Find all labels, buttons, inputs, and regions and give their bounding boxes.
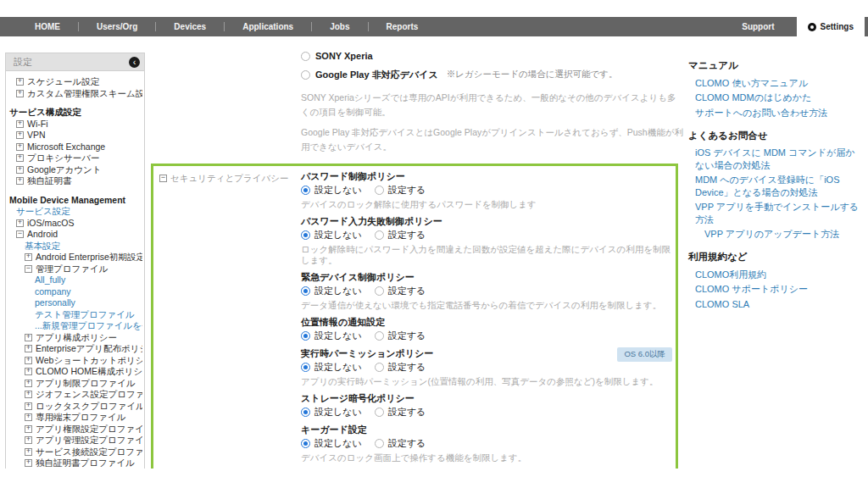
expand-icon[interactable]: + xyxy=(25,448,32,456)
expand-icon[interactable]: + xyxy=(25,413,32,421)
tree-item[interactable]: +独自証明書 xyxy=(8,175,142,187)
help-link[interactable]: MDM へのデバイス登録時に「iOS Device」となる場合の対処法 xyxy=(688,173,863,200)
tree-item[interactable]: −Android xyxy=(8,229,142,241)
radio-option[interactable]: 設定しない xyxy=(301,229,362,241)
radio-unselected-icon[interactable] xyxy=(375,363,384,372)
tree-item[interactable]: company xyxy=(8,286,142,298)
tree-item[interactable]: ...新規管理プロファイルを作成 xyxy=(8,320,142,332)
radio-option[interactable]: 設定する xyxy=(375,184,426,197)
radio-unselected-icon[interactable] xyxy=(375,230,384,240)
nav-item-devices[interactable]: Devices xyxy=(156,17,224,36)
expand-icon[interactable]: + xyxy=(16,177,24,185)
expand-icon[interactable]: + xyxy=(25,357,32,364)
radio-option[interactable]: 設定しない xyxy=(301,406,362,419)
tree-item[interactable]: personally xyxy=(8,297,142,309)
expand-icon[interactable]: + xyxy=(25,459,32,467)
collapse-icon[interactable]: − xyxy=(16,230,24,238)
tree-item[interactable]: +アプリ権限設定プロファイル xyxy=(8,424,142,435)
expand-icon[interactable]: + xyxy=(25,334,32,341)
radio-option[interactable]: 設定する xyxy=(375,406,426,419)
nav-item-home[interactable]: HOME xyxy=(17,17,78,36)
nav-item-applications[interactable]: Applications xyxy=(225,17,311,36)
radio-unselected-icon[interactable] xyxy=(375,439,384,448)
expand-icon[interactable]: + xyxy=(25,253,32,261)
radio-unselected-icon[interactable] xyxy=(375,408,384,417)
expand-icon[interactable]: + xyxy=(25,391,32,398)
expand-icon[interactable]: + xyxy=(16,131,24,139)
radio-selected-icon[interactable] xyxy=(301,331,310,341)
radio-option[interactable]: 設定する xyxy=(375,437,426,450)
nav-settings-tab[interactable]: Settings xyxy=(797,17,865,36)
radio-selected-icon[interactable] xyxy=(301,286,310,296)
radio-unselected-icon[interactable] xyxy=(375,186,384,195)
tree-item[interactable]: −管理プロファイル xyxy=(8,263,142,275)
help-link[interactable]: iOS デバイスに MDM コマンドが届かない場合の対処法 xyxy=(688,146,863,173)
tree-item[interactable]: +Microsoft Exchange xyxy=(8,141,142,153)
help-link[interactable]: CLOMO サポートポリシー xyxy=(688,282,863,297)
tree-item[interactable]: +Googleアカウント xyxy=(8,164,142,176)
expand-icon[interactable]: + xyxy=(16,143,24,151)
radio-selected-icon[interactable] xyxy=(301,439,310,448)
tree-item[interactable]: +アプリ管理設定プロファイル xyxy=(8,435,142,446)
radio-unselected-icon[interactable] xyxy=(301,70,310,80)
tree-item[interactable]: +サービス接続設定プロファイル xyxy=(8,446,142,458)
expand-icon[interactable]: + xyxy=(16,154,24,162)
tree-item[interactable]: +専用端末プロファイル xyxy=(8,412,142,424)
tree-item[interactable]: +独自証明書プロファイル xyxy=(8,458,142,469)
tree-item[interactable]: +スケジュール設定 xyxy=(8,76,142,88)
collapse-icon[interactable]: − xyxy=(159,175,167,182)
nav-item-jobs[interactable]: Jobs xyxy=(312,17,367,36)
nav-support-link[interactable]: Support xyxy=(720,17,796,36)
expand-icon[interactable]: + xyxy=(25,368,32,375)
expand-icon[interactable]: + xyxy=(16,219,24,227)
radio-option[interactable]: 設定しない xyxy=(301,361,362,374)
tree-item[interactable]: テスト管理プロファイル xyxy=(8,309,142,321)
tree-item[interactable]: +Webショートカットポリシー xyxy=(8,355,142,367)
help-link[interactable]: CLOMO 使い方マニュアル xyxy=(688,75,863,91)
tree-item[interactable]: +ジオフェンス設定プロファイル xyxy=(8,389,142,401)
help-link[interactable]: VPP アプリのアップデート方法 xyxy=(688,227,863,242)
collapse-icon[interactable]: − xyxy=(25,265,32,273)
tree-item[interactable]: +Wi-Fi xyxy=(8,119,142,130)
tree-item[interactable]: +プロキシサーバー xyxy=(8,152,142,164)
tree-item[interactable]: +iOS/macOS xyxy=(8,218,142,230)
expand-icon[interactable]: + xyxy=(16,166,24,174)
help-link[interactable]: CLOMO利用規約 xyxy=(688,267,863,282)
radio-option[interactable]: 設定しない xyxy=(301,285,362,297)
radio-option[interactable]: 設定する xyxy=(375,330,426,342)
expand-icon[interactable]: + xyxy=(25,436,32,444)
radio-option[interactable]: 設定する xyxy=(375,285,426,297)
radio-unselected-icon[interactable] xyxy=(301,52,310,61)
radio-option[interactable]: 設定しない xyxy=(301,330,362,342)
help-link[interactable]: サポートへのお問い合わせ方法 xyxy=(688,105,863,120)
tree-item[interactable]: +Android Enterprise初期設定... xyxy=(8,252,142,263)
help-link[interactable]: VPP アプリを手動でインストールする方法 xyxy=(688,200,863,227)
radio-unselected-icon[interactable] xyxy=(375,286,384,296)
expand-icon[interactable]: + xyxy=(25,345,32,352)
tree-item[interactable]: +カスタム管理権限スキーム設定 xyxy=(8,88,142,100)
help-link[interactable]: CLOMO MDMのはじめかた xyxy=(688,91,863,106)
tree-item[interactable]: +CLOMO HOME構成ポリシー xyxy=(8,366,142,378)
tree-item[interactable]: +ロックタスクプロファイル xyxy=(8,401,142,413)
radio-option[interactable]: 設定する xyxy=(375,229,426,241)
sidebar-collapse-button[interactable]: ‹ xyxy=(129,57,140,68)
expand-icon[interactable]: + xyxy=(16,120,24,128)
radio-selected-icon[interactable] xyxy=(301,408,310,417)
expand-icon[interactable]: + xyxy=(25,380,32,387)
expand-icon[interactable]: + xyxy=(25,425,32,433)
nav-item-reports[interactable]: Reports xyxy=(369,17,437,36)
radio-unselected-icon[interactable] xyxy=(375,331,384,341)
tree-item[interactable]: All_fully xyxy=(8,274,142,286)
expand-icon[interactable]: + xyxy=(16,90,24,97)
tree-item[interactable]: +Enterpriseアプリ配布ポリシー xyxy=(8,343,142,355)
radio-selected-icon[interactable] xyxy=(301,230,310,240)
expand-icon[interactable]: + xyxy=(25,402,32,410)
help-link[interactable]: CLOMO SLA xyxy=(688,297,863,312)
radio-option[interactable]: 設定しない xyxy=(301,184,362,197)
nav-item-users-org[interactable]: Users/Org xyxy=(79,17,155,36)
tree-item[interactable]: +アプリ制限プロファイル xyxy=(8,378,142,390)
radio-option[interactable]: 設定する xyxy=(375,361,426,374)
expand-icon[interactable]: + xyxy=(16,78,24,86)
tree-item[interactable]: 基本設定 xyxy=(8,241,142,252)
radio-option[interactable]: 設定しない xyxy=(301,437,362,450)
